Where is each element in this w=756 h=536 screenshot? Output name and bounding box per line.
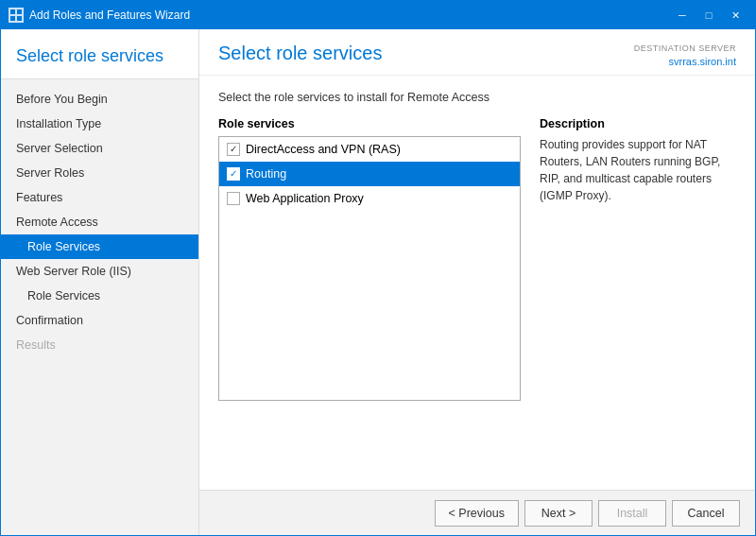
sidebar-title: Select role services xyxy=(1,29,198,79)
main-body: Select the role services to install for … xyxy=(199,76,755,490)
previous-button[interactable]: < Previous xyxy=(435,500,519,527)
svg-rect-2 xyxy=(10,16,15,21)
title-bar: Add Roles and Features Wizard ─ □ ✕ xyxy=(1,1,755,29)
checkbox-2[interactable] xyxy=(227,192,240,205)
sidebar-item-9[interactable]: Confirmation xyxy=(1,308,198,333)
sidebar-item-7[interactable]: Web Server Role (IIS) xyxy=(1,259,198,284)
sidebar-item-3[interactable]: Server Roles xyxy=(1,161,198,185)
checkbox-1[interactable]: ✓ xyxy=(227,167,240,181)
footer: < Previous Next > Install Cancel xyxy=(199,490,755,535)
title-bar-controls: ─ □ ✕ xyxy=(670,6,747,25)
checkbox-0[interactable]: ✓ xyxy=(227,143,240,156)
role-item-label-2: Web Application Proxy xyxy=(246,192,364,205)
cancel-button[interactable]: Cancel xyxy=(672,500,740,527)
sidebar-item-8[interactable]: Role Services xyxy=(1,284,198,308)
install-button[interactable]: Install xyxy=(598,500,666,527)
content-area: Select role services Before You BeginIns… xyxy=(1,29,755,535)
role-services-label: Role services xyxy=(218,117,521,130)
next-button[interactable]: Next > xyxy=(524,500,593,527)
app-icon xyxy=(9,8,24,23)
svg-rect-1 xyxy=(17,9,22,14)
sidebar-item-1[interactable]: Installation Type xyxy=(1,112,198,136)
page-title: Select role services xyxy=(218,43,382,64)
maximize-button[interactable]: □ xyxy=(696,6,721,25)
main-header: Select role services DESTINATION SERVER … xyxy=(199,29,755,76)
role-item-label-1: Routing xyxy=(246,167,286,181)
window-title: Add Roles and Features Wizard xyxy=(29,9,190,22)
role-services-area: Role services ✓DirectAccess and VPN (RAS… xyxy=(218,117,736,401)
svg-rect-3 xyxy=(17,16,22,21)
description-label: Description xyxy=(540,117,736,130)
sidebar-item-6[interactable]: Role Services xyxy=(1,234,198,259)
title-bar-left: Add Roles and Features Wizard xyxy=(9,8,190,23)
instruction-text: Select the role services to install for … xyxy=(218,91,736,104)
role-list-box: ✓DirectAccess and VPN (RAS)✓RoutingWeb A… xyxy=(218,136,521,401)
sidebar: Select role services Before You BeginIns… xyxy=(1,29,199,535)
destination-server-info: DESTINATION SERVER svrras.siron.int xyxy=(634,43,736,69)
main-window: Add Roles and Features Wizard ─ □ ✕ Sele… xyxy=(0,0,756,536)
destination-name: svrras.siron.int xyxy=(634,55,736,69)
sidebar-item-4[interactable]: Features xyxy=(1,185,198,210)
sidebar-item-2[interactable]: Server Selection xyxy=(1,136,198,161)
role-item-0[interactable]: ✓DirectAccess and VPN (RAS) xyxy=(219,137,520,162)
role-item-label-0: DirectAccess and VPN (RAS) xyxy=(246,143,401,156)
sidebar-nav: Before You BeginInstallation TypeServer … xyxy=(1,79,198,535)
close-button[interactable]: ✕ xyxy=(723,6,747,25)
description-text: Routing provides support for NAT Routers… xyxy=(540,136,736,204)
sidebar-item-5[interactable]: Remote Access xyxy=(1,210,198,234)
sidebar-item-10: Results xyxy=(1,333,198,357)
sidebar-item-0[interactable]: Before You Begin xyxy=(1,87,198,112)
main-content: Select role services DESTINATION SERVER … xyxy=(199,29,755,535)
destination-label: DESTINATION SERVER xyxy=(634,43,736,55)
description-panel: Description Routing provides support for… xyxy=(540,117,736,401)
role-item-1[interactable]: ✓Routing xyxy=(219,162,520,186)
role-list-panel: Role services ✓DirectAccess and VPN (RAS… xyxy=(218,117,521,401)
svg-rect-0 xyxy=(10,9,15,14)
minimize-button[interactable]: ─ xyxy=(670,6,695,25)
role-item-2[interactable]: Web Application Proxy xyxy=(219,186,520,211)
